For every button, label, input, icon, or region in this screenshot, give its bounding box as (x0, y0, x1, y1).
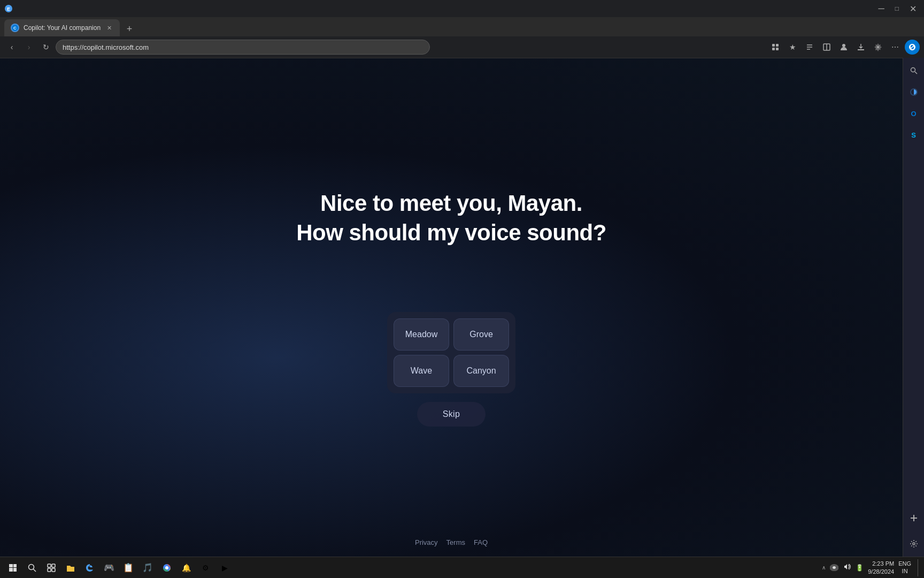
title-bar: E ─ □ ✕ (0, 0, 924, 17)
minimize-button[interactable]: ─ (875, 4, 887, 13)
taskbar-chrome[interactable] (158, 559, 175, 576)
taskbar-notification[interactable]: 🔔 (178, 559, 195, 576)
svg-rect-21 (48, 568, 51, 572)
svg-rect-20 (52, 564, 55, 567)
terms-link[interactable]: Terms (446, 538, 465, 546)
voice-option-grove[interactable]: Grove (453, 318, 509, 351)
sidebar-add-icon[interactable] (905, 509, 922, 527)
taskbar-right: ∧ 🔋 2:23 PM 9/28/2024 ENG IN (822, 559, 920, 576)
taskbar-edge[interactable] (81, 559, 98, 576)
svg-point-24 (165, 566, 168, 569)
voice-option-wave[interactable]: Wave (394, 355, 449, 387)
taskbar-file-explorer[interactable] (62, 559, 79, 576)
taskbar-show-desktop[interactable] (918, 559, 920, 576)
svg-point-10 (842, 44, 845, 47)
taskbar-lang[interactable]: ENG IN (898, 560, 911, 574)
greeting-line2: How should my voice sound? (296, 218, 606, 248)
sidebar-panel: O S (903, 58, 924, 557)
taskbar-app2[interactable]: 🎵 (139, 559, 156, 576)
start-button[interactable] (4, 559, 21, 576)
svg-rect-5 (776, 44, 779, 47)
main-content: Nice to meet you, Mayan. How should my v… (0, 58, 924, 557)
more-menu-button[interactable]: ⋯ (888, 40, 903, 55)
tab-label: Copilot: Your AI companion (24, 24, 101, 32)
toolbar-right: ★ (768, 40, 920, 55)
split-view-button[interactable] (819, 40, 834, 55)
active-tab[interactable]: C Copilot: Your AI companion ✕ (4, 19, 120, 36)
window-controls[interactable]: ─ □ ✕ (875, 4, 920, 14)
svg-rect-4 (772, 44, 775, 47)
svg-line-18 (33, 569, 36, 572)
windows-icon (9, 564, 17, 572)
voice-option-canyon[interactable]: Canyon (453, 355, 509, 387)
taskbar-taskview[interactable] (43, 559, 60, 576)
svg-rect-19 (48, 564, 51, 567)
favorites-button[interactable]: ★ (785, 40, 800, 55)
new-tab-button[interactable]: + (122, 21, 137, 36)
tab-bar: C Copilot: Your AI companion ✕ + (0, 17, 924, 36)
svg-rect-6 (772, 48, 775, 50)
settings-button[interactable] (871, 40, 886, 55)
greeting-text: Nice to meet you, Mayan. How should my v… (296, 189, 606, 247)
sidebar-outlook-icon[interactable]: O (905, 105, 922, 122)
taskbar-time[interactable]: 2:23 PM 9/28/2024 (868, 560, 894, 575)
faq-link[interactable]: FAQ (474, 538, 488, 546)
taskbar-app1[interactable]: 📋 (120, 559, 137, 576)
svg-rect-7 (776, 48, 779, 50)
taskbar: 🎮 📋 🎵 🔔 ⚙ ▶ ∧ 🔋 2:23 PM (0, 557, 924, 578)
voice-grid: Meadow Grove Wave Canyon (387, 312, 515, 393)
svg-rect-22 (52, 568, 55, 572)
taskbar-search[interactable] (24, 559, 41, 576)
address-input[interactable]: https://copilot.microsoft.com (56, 40, 430, 55)
browser-icon: E (4, 4, 13, 13)
taskbar-settings[interactable]: ⚙ (197, 559, 214, 576)
privacy-link[interactable]: Privacy (415, 538, 438, 546)
forward-button[interactable]: › (21, 40, 36, 55)
svg-text:E: E (7, 6, 10, 12)
downloads-button[interactable] (853, 40, 868, 55)
url-text: https://copilot.microsoft.com (63, 43, 149, 51)
svg-point-16 (913, 543, 915, 545)
tab-close-button[interactable]: ✕ (105, 24, 113, 32)
taskbar-battery-icon[interactable]: 🔋 (856, 564, 864, 572)
svg-text:C: C (13, 26, 17, 31)
copilot-button[interactable] (905, 40, 920, 55)
collections-button[interactable] (802, 40, 817, 55)
greeting-line1: Nice to meet you, Mayan. (296, 189, 606, 218)
footer-links: Privacy Terms FAQ (415, 538, 488, 546)
close-button[interactable]: ✕ (906, 4, 920, 14)
address-bar: ‹ › ↻ https://copilot.microsoft.com ★ (0, 36, 924, 58)
taskbar-chevron[interactable]: ∧ (822, 565, 826, 571)
svg-line-13 (915, 72, 917, 74)
taskbar-volume-icon[interactable] (843, 562, 851, 573)
sidebar-settings-icon[interactable] (905, 535, 922, 552)
skip-button[interactable]: Skip (417, 402, 486, 427)
title-bar-left: E (4, 4, 13, 13)
refresh-button[interactable]: ↻ (38, 40, 53, 55)
taskbar-network-icon[interactable] (830, 562, 838, 573)
svg-point-12 (911, 68, 915, 72)
voice-option-meadow[interactable]: Meadow (394, 318, 449, 351)
sidebar-copilot-icon[interactable] (905, 83, 922, 101)
sidebar-skype-icon[interactable]: S (905, 126, 922, 143)
voice-options-container: Meadow Grove Wave Canyon Skip (387, 312, 515, 427)
taskbar-steam[interactable]: 🎮 (101, 559, 118, 576)
back-button[interactable]: ‹ (4, 40, 19, 55)
sidebar-search-icon[interactable] (905, 62, 922, 79)
taskbar-terminal[interactable]: ▶ (216, 559, 233, 576)
tab-favicon: C (11, 24, 19, 32)
extensions-button[interactable] (768, 40, 783, 55)
maximize-button[interactable]: □ (892, 5, 902, 12)
profile-button[interactable] (836, 40, 851, 55)
browser-chrome: E ─ □ ✕ C Copilot: Your AI companion ✕ +… (0, 0, 924, 58)
